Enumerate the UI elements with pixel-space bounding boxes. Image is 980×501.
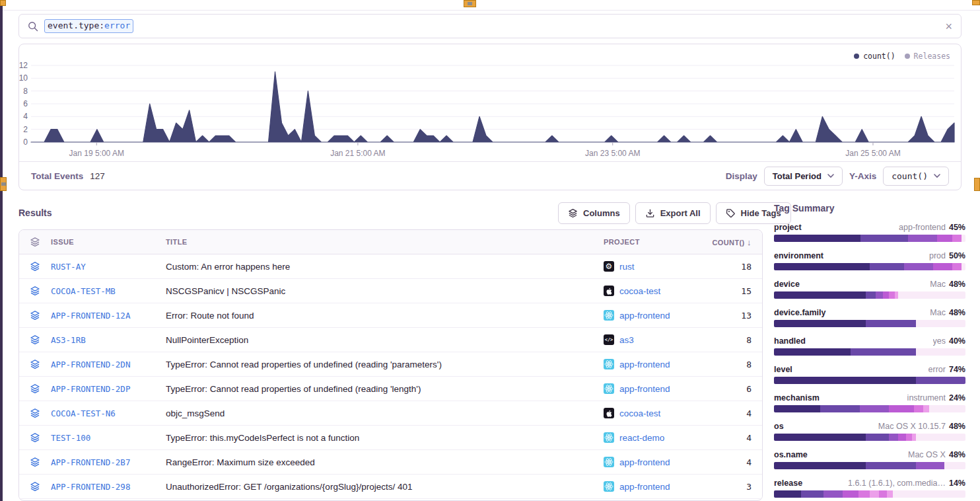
- tag-distribution-bar[interactable]: [774, 263, 965, 270]
- issue-link[interactable]: APP-FRONTEND-12A: [51, 311, 130, 321]
- issue-link[interactable]: APP-FRONTEND-298: [51, 482, 130, 492]
- tag-bar-segment: [887, 490, 893, 498]
- column-header-title[interactable]: TITLE: [166, 238, 604, 246]
- count-value: 15: [709, 286, 762, 296]
- events-chart-panel: count()Releases 024681012Jan 19 5:00 AMJ…: [18, 44, 962, 190]
- tag-summary-row[interactable]: environmentprod50%: [774, 251, 965, 280]
- issue-stack-icon: [19, 334, 51, 345]
- yaxis-select[interactable]: count(): [883, 167, 949, 186]
- table-row[interactable]: APP-FRONTEND-12AError: Route not foundap…: [19, 303, 762, 328]
- project-link[interactable]: cocoa-test: [619, 408, 660, 418]
- project-cell[interactable]: cocoa-test: [604, 408, 709, 418]
- tag-bar-segment: [876, 291, 884, 299]
- react-platform-icon: [604, 481, 614, 492]
- project-link[interactable]: rust: [619, 262, 635, 272]
- table-row[interactable]: APP-FRONTEND-2DPTypeError: Cannot read p…: [19, 377, 762, 401]
- tag-bar-segment: [898, 434, 906, 441]
- table-row[interactable]: AS3-1RBNullPointerException</>as38: [19, 328, 762, 352]
- tag-bar-segment: [879, 490, 887, 498]
- search-clear-icon[interactable]: ×: [945, 20, 952, 32]
- project-link[interactable]: cocoa-test: [619, 286, 660, 296]
- display-select[interactable]: Total Period: [764, 167, 843, 186]
- event-title: UnauthorizedError: GET /organizations/{o…: [166, 482, 604, 492]
- project-link[interactable]: app-frontend: [619, 384, 670, 394]
- issue-link[interactable]: COCOA-TEST-MB: [51, 286, 116, 296]
- tag-bar-segment: [870, 490, 880, 498]
- table-row[interactable]: RUST-AYCustom: An error happens here⚙rus…: [19, 254, 762, 279]
- project-cell[interactable]: </>as3: [604, 334, 709, 345]
- download-icon: [645, 208, 655, 218]
- tag-bar-segment: [774, 235, 860, 242]
- project-cell[interactable]: app-frontend: [604, 481, 709, 492]
- tag-distribution-bar[interactable]: [774, 434, 965, 441]
- tag-summary-row[interactable]: deviceMac48%: [774, 280, 965, 308]
- column-header-issue[interactable]: ISSUE: [51, 238, 166, 246]
- issue-stack-icon: [19, 310, 51, 321]
- table-row[interactable]: APP-FRONTEND-298UnauthorizedError: GET /…: [19, 475, 762, 499]
- project-cell[interactable]: app-frontend: [604, 310, 709, 321]
- tag-summary-row[interactable]: handledyes40%: [774, 336, 965, 365]
- events-area-chart[interactable]: 024681012Jan 19 5:00 AMJan 21 5:00 AMJan…: [19, 58, 961, 167]
- tag-name: os: [774, 422, 784, 431]
- project-cell[interactable]: ⚙rust: [604, 261, 709, 272]
- project-cell[interactable]: app-frontend: [604, 383, 709, 394]
- issue-link[interactable]: APP-FRONTEND-2DN: [51, 360, 130, 369]
- tag-distribution-bar[interactable]: [774, 462, 965, 469]
- tag-top-percent: 74%: [949, 365, 965, 374]
- table-row[interactable]: TEST-100TypeError: this.myCodeIsPerfect …: [19, 426, 762, 450]
- tag-summary-row[interactable]: release1.6.1 (1.6.1), com.media…14%: [774, 479, 965, 501]
- project-cell[interactable]: app-frontend: [604, 457, 709, 467]
- project-cell[interactable]: react-demo: [604, 432, 709, 443]
- tag-bar-segment: [774, 462, 866, 469]
- event-title: objc_msgSend: [166, 408, 604, 418]
- project-link[interactable]: app-frontend: [619, 457, 670, 467]
- issue-link[interactable]: AS3-1RB: [51, 335, 86, 345]
- tag-bar-segment: [774, 291, 866, 299]
- tag-summary-row[interactable]: os.nameMac OS X48%: [774, 450, 965, 479]
- issue-link[interactable]: RUST-AY: [51, 262, 86, 272]
- apple-platform-icon: [604, 286, 614, 296]
- tag-distribution-bar[interactable]: [774, 235, 965, 242]
- project-link[interactable]: app-frontend: [619, 311, 670, 321]
- search-bar[interactable]: event.type:error ×: [18, 14, 962, 38]
- table-row[interactable]: COCOA-TEST-MBNSCGSPanicv | NSCGSPaniccoc…: [19, 279, 762, 303]
- issue-link[interactable]: APP-FRONTEND-2B7: [51, 457, 130, 467]
- issues-stack-icon: [19, 237, 51, 247]
- tag-name: environment: [774, 251, 823, 260]
- tag-top-value: Mac: [930, 280, 946, 289]
- table-row[interactable]: APP-FRONTEND-2B7RangeError: Maximum size…: [19, 450, 762, 475]
- tag-summary-row[interactable]: mechanisminstrument24%: [774, 393, 965, 422]
- tag-bar-segment: [933, 263, 952, 270]
- column-header-count[interactable]: COUNT() ↓: [709, 237, 762, 247]
- search-query-token[interactable]: event.type:error: [44, 19, 133, 33]
- project-link[interactable]: as3: [619, 335, 634, 345]
- project-cell[interactable]: app-frontend: [604, 359, 709, 369]
- issue-link[interactable]: COCOA-TEST-N6: [51, 408, 116, 418]
- tag-name: device.family: [774, 308, 826, 317]
- columns-button[interactable]: Columns: [558, 202, 630, 224]
- project-link[interactable]: app-frontend: [619, 482, 670, 492]
- issue-link[interactable]: APP-FRONTEND-2DP: [51, 384, 130, 394]
- tag-distribution-bar[interactable]: [774, 490, 965, 498]
- tag-summary-row[interactable]: levelerror74%: [774, 365, 965, 393]
- table-row[interactable]: APP-FRONTEND-2DNTypeError: Cannot read p…: [19, 352, 762, 377]
- project-link[interactable]: react-demo: [619, 433, 664, 443]
- chevron-down-icon: [827, 174, 834, 178]
- tag-summary-row[interactable]: projectapp-frontend45%: [774, 223, 965, 251]
- tag-summary-row[interactable]: device.familyMac48%: [774, 308, 965, 336]
- project-link[interactable]: app-frontend: [619, 360, 670, 369]
- tag-summary-row[interactable]: osMac OS X 10.15.748%: [774, 422, 965, 450]
- tag-distribution-bar[interactable]: [774, 377, 965, 384]
- tag-distribution-bar[interactable]: [774, 291, 965, 299]
- selection-handle: [972, 0, 980, 5]
- tag-bar-segment: [851, 348, 916, 356]
- issue-stack-icon: [19, 481, 51, 492]
- export-all-button[interactable]: Export All: [635, 202, 711, 224]
- table-row[interactable]: COCOA-TEST-N6objc_msgSendcocoa-test4: [19, 401, 762, 426]
- tag-distribution-bar[interactable]: [774, 320, 965, 327]
- tag-distribution-bar[interactable]: [774, 405, 965, 412]
- tag-distribution-bar[interactable]: [774, 348, 965, 356]
- column-header-project[interactable]: PROJECT: [604, 238, 709, 246]
- project-cell[interactable]: cocoa-test: [604, 286, 709, 296]
- issue-link[interactable]: TEST-100: [51, 433, 90, 443]
